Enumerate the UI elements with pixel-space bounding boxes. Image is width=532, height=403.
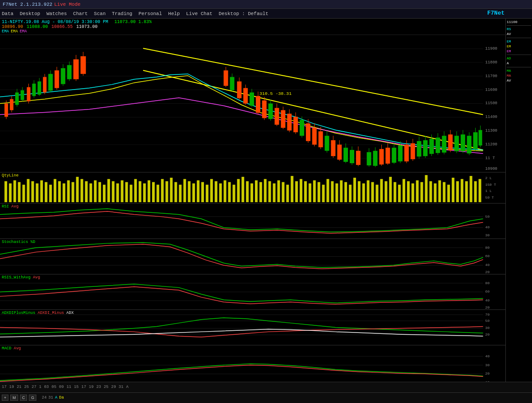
date-21: 21 [17,385,22,389]
qty-chart-svg: 2 L 150 T 1 L 50 T [0,172,505,203]
menu-scan[interactable]: Scan [94,11,106,16]
menu-bar: Data Desktop Watches Chart Scan Trading … [0,9,532,19]
date-1: 1 [39,385,41,389]
menu-help[interactable]: Help [168,11,180,16]
svg-rect-216 [380,179,383,202]
page-indicator: 24 [42,395,47,400]
price-line: 10896.90 11088.00 10866.55 11073.00 [2,24,504,29]
svg-text:80: 80 [485,281,490,285]
btn-m[interactable]: M [10,395,18,401]
adx-label: ADXDIPlusMinus ADXDI_Minus ADX [2,311,74,315]
svg-rect-205 [331,181,334,202]
svg-rect-154 [103,185,106,202]
svg-text:40: 40 [485,298,490,302]
svg-rect-198 [300,179,302,202]
sidebar-av2: AV [507,78,531,83]
menu-chart[interactable]: Chart [73,11,88,16]
svg-text:20: 20 [485,305,490,309]
sidebar-rs: RS [507,27,531,31]
btn-c[interactable]: C [20,395,27,401]
btn-g[interactable]: G [29,395,36,401]
svg-rect-201 [313,180,316,202]
svg-text:80: 80 [485,246,490,250]
svg-rect-219 [394,182,396,202]
svg-rect-202 [317,182,320,202]
rsi-chart-svg: 50 40 30 [0,203,505,239]
date-25b: 25 [104,385,109,389]
svg-rect-157 [116,184,119,202]
svg-rect-177 [206,185,208,202]
svg-rect-138 [31,181,34,202]
svg-text:20: 20 [485,270,490,274]
svg-rect-159 [125,182,128,202]
macd-chart-svg: 40 30 20 10 [0,345,505,382]
menu-personal[interactable]: Personal [138,11,162,16]
sidebar-em3: EM [507,49,531,54]
svg-rect-190 [264,179,266,202]
candle-panel[interactable]: 310.5 -38.31 [0,35,505,172]
adx-panel: ADXDIPlusMinus ADXDI_Minus ADX 70 50 30 … [0,310,505,345]
date-15: 15 [74,385,79,389]
svg-rect-218 [389,177,392,202]
svg-text:60: 60 [485,254,490,258]
date-19: 19 [9,385,14,389]
menu-desktop[interactable]: Desktop [20,11,40,16]
svg-rect-213 [367,180,369,202]
svg-rect-143 [54,179,56,202]
menu-trading[interactable]: Trading [112,11,132,16]
svg-rect-140 [40,180,43,202]
rsis-label: RSIS_WithAvg Avg [2,275,40,280]
svg-rect-217 [385,181,387,202]
svg-text:11900: 11900 [485,46,497,51]
svg-text:11700: 11700 [485,74,497,78]
date-23: 23 [96,385,101,389]
svg-rect-175 [197,180,200,202]
svg-rect-148 [76,177,79,202]
menu-data[interactable]: Data [2,11,13,16]
svg-text:11800: 11800 [485,60,497,65]
sidebar-ma1: MA [507,68,531,73]
svg-text:50: 50 [485,215,490,219]
svg-rect-185 [242,177,244,202]
bottom-bar: 17 19 21 25 27 1 03 05 09 11 15 17 19 23… [0,382,532,403]
ema2-label: EMA [11,29,18,34]
svg-rect-149 [81,179,83,202]
menu-watches[interactable]: Watches [47,11,67,16]
svg-text:50: 50 [485,319,490,323]
low-price: 10866.55 [51,24,73,29]
svg-rect-146 [67,180,70,202]
date-axis: 17 19 21 25 27 1 03 05 09 11 15 17 19 23… [0,382,532,393]
sidebar-ma2: MA [507,73,531,78]
svg-rect-230 [443,182,446,202]
page-a: A [55,395,57,400]
svg-text:11200: 11200 [485,142,497,147]
sidebar-ad: AD [507,56,531,61]
svg-text:11600: 11600 [485,87,497,92]
svg-rect-145 [63,184,65,202]
svg-rect-156 [112,181,114,202]
svg-rect-150 [85,181,88,202]
date-27: 27 [31,385,36,389]
svg-rect-144 [58,181,61,202]
svg-text:40: 40 [485,263,490,267]
svg-text:30: 30 [485,326,490,330]
ema1-label: EMA [2,29,9,34]
svg-rect-197 [295,181,298,202]
date-17: 17 [2,385,7,389]
svg-rect-228 [434,184,437,202]
menu-livechat[interactable]: Live Chat [186,11,212,16]
svg-rect-221 [403,179,405,202]
svg-rect-220 [398,185,401,202]
svg-rect-193 [277,180,280,202]
btn-plus[interactable]: + [2,395,8,401]
svg-line-9 [143,48,483,115]
svg-rect-133 [9,184,12,202]
svg-rect-134 [13,180,16,202]
stoch-label: Stochastics %D [2,240,35,244]
sidebar-em1: EM [507,39,531,44]
high-price: 11088.00 [27,24,48,29]
svg-rect-233 [456,181,459,202]
open-price: 10896.90 [2,24,23,29]
menu-desktop-default[interactable]: Desktop : Default [219,11,268,16]
svg-rect-238 [478,179,481,202]
